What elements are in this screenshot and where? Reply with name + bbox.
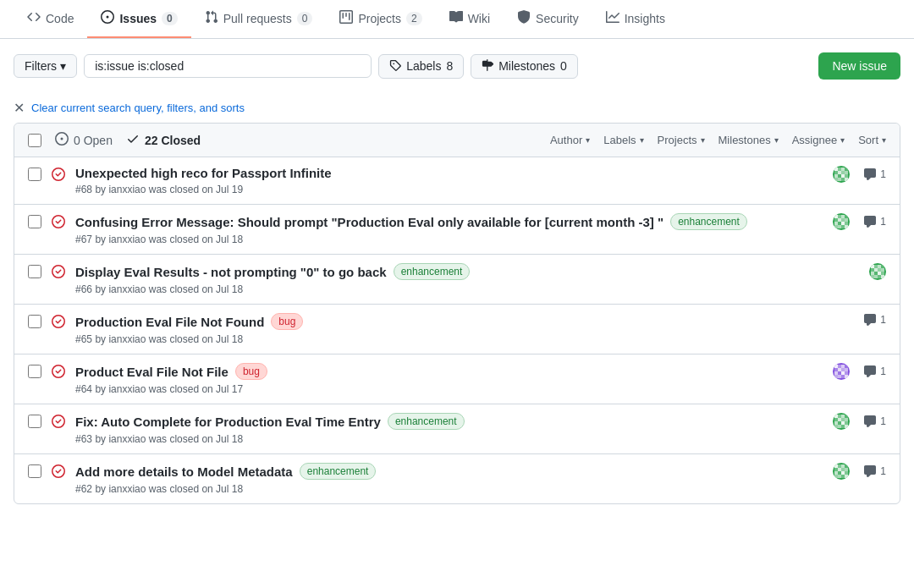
sort-filter-button[interactable]: Sort ▾: [858, 134, 886, 146]
issue-title-row: Fix: Auto Complete for Production Eval T…: [75, 413, 823, 430]
svg-rect-75: [845, 421, 848, 425]
issue-title[interactable]: Add more details to Model Metadata: [75, 464, 293, 479]
svg-rect-14: [841, 178, 845, 181]
issue-title[interactable]: Confusing Error Message: Should prompt "…: [75, 215, 663, 229]
svg-rect-43: [881, 272, 884, 275]
svg-rect-18: [841, 215, 845, 218]
svg-rect-64: [834, 415, 838, 418]
svg-rect-13: [838, 178, 841, 181]
projects-filter-label: Projects: [658, 134, 697, 146]
nav-projects[interactable]: Projects 2: [326, 0, 435, 38]
row-checkbox[interactable]: [28, 315, 41, 328]
comment-count[interactable]: 1: [863, 415, 886, 428]
svg-rect-66: [841, 415, 845, 418]
issue-closed-icon: [52, 265, 65, 282]
issue-right: 1: [833, 363, 886, 380]
labels-filter-label: Labels: [603, 134, 636, 146]
avatar: [833, 166, 850, 183]
nav-insights[interactable]: Insights: [592, 0, 679, 38]
issue-title[interactable]: Production Eval File Not Found: [75, 315, 264, 329]
avatar: [833, 463, 850, 480]
milestones-filter-button[interactable]: Milestones ▾: [719, 134, 779, 146]
comment-count[interactable]: 1: [863, 464, 886, 478]
svg-rect-86: [841, 468, 845, 471]
svg-rect-21: [838, 218, 841, 222]
projects-filter-button[interactable]: Projects ▾: [658, 134, 705, 146]
open-count-button[interactable]: 0 Open: [55, 132, 113, 148]
row-checkbox[interactable]: [28, 265, 41, 278]
milestones-label: Milestones: [498, 59, 555, 73]
issue-title[interactable]: Unexpected high reco for Passport Infini…: [75, 166, 332, 180]
nav-code[interactable]: Code: [14, 0, 87, 38]
nav-code-label: Code: [46, 12, 74, 25]
issues-list: Unexpected high reco for Passport Infini…: [14, 157, 900, 503]
issue-title-row: Add more details to Model Metadata enhan…: [75, 463, 823, 480]
issue-content: Fix: Auto Complete for Production Eval T…: [75, 413, 823, 445]
nav-pull-requests[interactable]: Pull requests 0: [191, 0, 327, 38]
nav-issues-label: Issues: [119, 12, 157, 25]
svg-rect-46: [878, 275, 881, 278]
avatar: [833, 413, 850, 430]
row-checkbox[interactable]: [28, 464, 41, 478]
svg-rect-67: [845, 415, 848, 418]
avatar: [869, 263, 886, 280]
clear-icon[interactable]: ✕: [14, 100, 25, 116]
issue-title-row: Production Eval File Not Found bug: [75, 313, 853, 330]
comment-count[interactable]: 1: [863, 313, 886, 327]
issue-right: 1: [833, 166, 886, 183]
issue-meta-text: by ianxxiao was closed on Jul 18: [95, 234, 243, 245]
nav-projects-label: Projects: [358, 12, 401, 25]
milestone-icon: [482, 59, 493, 74]
svg-rect-41: [874, 272, 878, 275]
filters-button[interactable]: Filters ▾: [14, 54, 77, 78]
new-issue-button[interactable]: New issue: [818, 52, 900, 80]
comment-count-value: 1: [880, 168, 886, 180]
milestones-button[interactable]: Milestones 0: [471, 54, 578, 79]
issue-meta-text: by ianxxiao was closed on Jul 18: [95, 283, 243, 295]
closed-count-button[interactable]: 22 Closed: [126, 132, 201, 148]
closed-count-label: 22 Closed: [145, 134, 201, 147]
open-count-label: 0 Open: [74, 134, 113, 147]
clear-filters-link[interactable]: Clear current search query, filters, and…: [31, 102, 245, 114]
labels-button[interactable]: Labels 8: [378, 54, 464, 79]
table-row: Unexpected high reco for Passport Infini…: [14, 157, 900, 205]
issue-title-row: Unexpected high reco for Passport Infini…: [75, 166, 823, 180]
comment-count[interactable]: 1: [863, 365, 886, 378]
row-checkbox[interactable]: [28, 215, 41, 228]
avatar: [833, 213, 850, 230]
svg-rect-68: [834, 418, 838, 421]
issue-title[interactable]: Product Eval File Not File: [75, 365, 228, 379]
row-checkbox[interactable]: [28, 365, 41, 378]
nav-insights-label: Insights: [625, 12, 665, 25]
issue-number: #65: [75, 333, 92, 345]
issue-title-row: Product Eval File Not File bug: [75, 363, 823, 380]
comment-count[interactable]: 1: [863, 215, 886, 228]
search-input[interactable]: [84, 54, 372, 78]
nav-issues[interactable]: Issues 0: [87, 0, 190, 38]
svg-rect-53: [838, 368, 841, 371]
issue-number: #64: [75, 383, 92, 395]
select-all-checkbox[interactable]: [28, 134, 41, 147]
labels-filter-button[interactable]: Labels ▾: [603, 134, 643, 146]
svg-rect-26: [841, 222, 845, 225]
issue-content: Production Eval File Not Found bug #65 b…: [75, 313, 853, 345]
issue-content: Display Eval Results - not prompting "0"…: [75, 263, 859, 295]
assignee-filter-button[interactable]: Assignee ▾: [792, 134, 845, 146]
issue-title[interactable]: Fix: Auto Complete for Production Eval T…: [75, 415, 381, 429]
svg-rect-78: [841, 425, 845, 428]
author-filter-button[interactable]: Author ▾: [550, 134, 590, 146]
table-row: Product Eval File Not File bug #64 by ia…: [14, 354, 900, 404]
svg-rect-81: [838, 464, 841, 468]
nav-security[interactable]: Security: [504, 0, 592, 38]
svg-rect-20: [834, 218, 838, 222]
svg-rect-59: [845, 371, 848, 375]
row-checkbox[interactable]: [28, 415, 41, 428]
row-checkbox[interactable]: [28, 168, 41, 181]
nav-wiki[interactable]: Wiki: [436, 0, 504, 38]
svg-rect-91: [845, 471, 848, 475]
svg-rect-11: [845, 174, 848, 178]
issue-title-row: Display Eval Results - not prompting "0"…: [75, 263, 859, 280]
svg-rect-83: [845, 464, 848, 468]
issue-title[interactable]: Display Eval Results - not prompting "0"…: [75, 265, 387, 279]
comment-count[interactable]: 1: [863, 168, 886, 181]
